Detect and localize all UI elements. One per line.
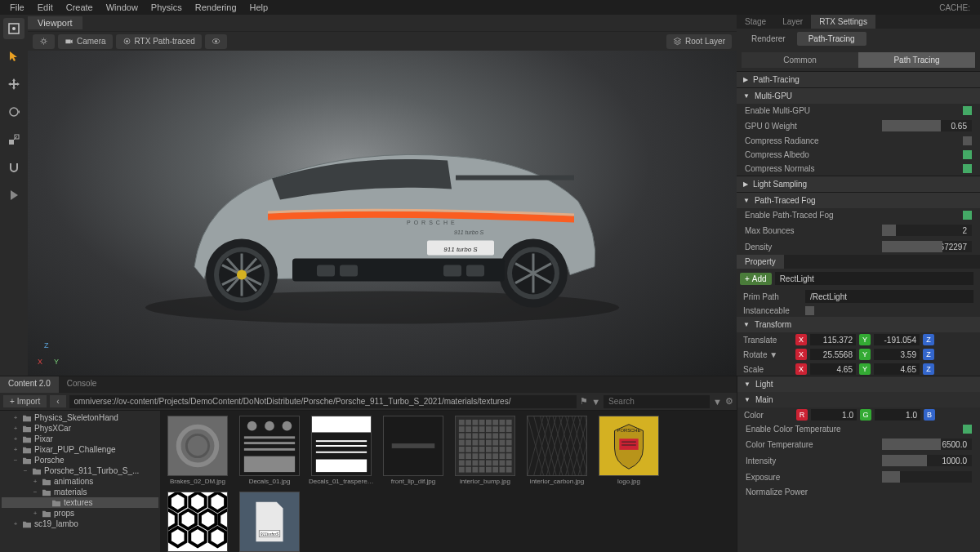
slider-exposure[interactable] xyxy=(882,471,972,483)
section-path-tracing[interactable]: ▶Path-Tracing xyxy=(737,72,980,87)
translate-y[interactable]: -191.054 xyxy=(874,334,920,345)
options-icon[interactable]: ▼ xyxy=(713,397,722,407)
section-light[interactable]: ▼Light xyxy=(737,376,980,392)
tree-item[interactable]: +PhysXCar xyxy=(2,423,158,434)
slider-colortemp[interactable]: 6500.0 xyxy=(882,438,972,450)
translate-x[interactable]: 115.372 xyxy=(810,334,856,345)
tab-console[interactable]: Console xyxy=(59,376,105,393)
tree-item[interactable]: +sc19_lambo xyxy=(2,519,158,529)
menu-physics[interactable]: Physics xyxy=(145,1,189,14)
menu-file[interactable]: File xyxy=(3,1,31,14)
subtab-path-tracing[interactable]: Path-Tracing xyxy=(797,32,866,46)
scale-tool[interactable] xyxy=(3,129,24,150)
thumbnail-item[interactable]: interior_carbon.jpg xyxy=(524,416,590,485)
tab-property[interactable]: Property xyxy=(737,255,784,269)
root-layer-btn[interactable]: Root Layer xyxy=(666,34,732,49)
section-light-sampling[interactable]: ▶Light Sampling xyxy=(737,176,980,192)
select-tool[interactable] xyxy=(3,18,24,39)
section-path-traced-fog[interactable]: ▼Path-Traced Fog xyxy=(737,193,980,208)
tree-item[interactable]: +Pixar_PUP_Challenge xyxy=(2,444,158,455)
prim-name-input[interactable] xyxy=(775,272,973,285)
color-g[interactable]: 1.0 xyxy=(875,409,920,421)
rotate-tool[interactable] xyxy=(3,101,24,122)
snap-tool[interactable] xyxy=(3,157,24,178)
thumbnail-item[interactable]: Decals_01.jpg xyxy=(237,416,302,485)
move-tool[interactable] xyxy=(3,73,24,95)
section-multi-gpu[interactable]: ▼Multi-GPU xyxy=(737,88,980,104)
thumbnail-item[interactable]: interior_bump.jpg xyxy=(452,416,518,485)
tree-item[interactable]: −Porsche xyxy=(2,455,158,465)
nav-back-button[interactable]: ‹ xyxy=(50,395,65,407)
thumbnail-item[interactable]: Brakes_02_DM.jpg xyxy=(165,416,230,485)
svg-rect-79 xyxy=(492,433,498,438)
thumbnail-item[interactable]: mesh_alpha.png xyxy=(165,492,230,552)
menu-create[interactable]: Create xyxy=(60,1,100,14)
svg-rect-64 xyxy=(500,420,506,425)
tab-rtx-settings[interactable]: RTX Settings xyxy=(811,15,875,29)
thumbnail-item[interactable]: front_lip_dif.jpg xyxy=(381,416,446,485)
pill-path-tracing[interactable]: Path Tracing xyxy=(858,52,975,68)
menu-rendering[interactable]: Rendering xyxy=(189,1,243,14)
color-r[interactable]: 1.0 xyxy=(811,409,857,421)
check-enable-multigpu[interactable] xyxy=(963,106,972,115)
import-button[interactable]: +Import xyxy=(3,395,47,407)
tree-item[interactable]: +Pixar xyxy=(2,434,158,444)
bookmark-icon[interactable]: ⚑ xyxy=(580,396,588,407)
tree-item[interactable]: +animations xyxy=(2,476,158,487)
svg-rect-80 xyxy=(500,433,506,438)
prim-path-input[interactable] xyxy=(805,290,973,303)
check-compress-normals[interactable] xyxy=(963,164,972,173)
svg-text:PORSCHE: PORSCHE xyxy=(617,428,641,433)
label-max-bounces: Max Bounces xyxy=(745,226,877,235)
viewport-canvas[interactable]: 911 turbo S 911 turbo S PORSCHE ZXY xyxy=(28,51,737,376)
section-main[interactable]: ▼Main xyxy=(737,392,980,407)
menubar: File Edit Create Window Physics Renderin… xyxy=(0,0,980,15)
check-enable-colortemp[interactable] xyxy=(963,425,972,434)
svg-point-6 xyxy=(42,39,45,42)
thumbnail-item[interactable]: PORSCHElogo.jpg xyxy=(596,416,662,485)
search-input[interactable] xyxy=(604,395,710,408)
rotate-x[interactable]: 25.5568 xyxy=(810,349,856,360)
thumbnail-item[interactable]: 911turboS xyxy=(237,492,302,552)
tree-item[interactable]: +Physics_SkeletonHand xyxy=(2,412,158,423)
menu-help[interactable]: Help xyxy=(243,1,275,14)
svg-rect-48 xyxy=(244,456,295,472)
viewport-settings-btn[interactable] xyxy=(33,34,55,49)
play-tool[interactable] xyxy=(3,185,24,206)
check-compress-radiance[interactable] xyxy=(963,136,972,145)
thumbnail-item[interactable]: Decals_01_trasperency.jpg xyxy=(309,416,374,485)
check-enable-fog[interactable] xyxy=(963,211,972,220)
scale-x[interactable]: 4.65 xyxy=(810,363,856,375)
tab-stage[interactable]: Stage xyxy=(737,15,774,29)
menu-window[interactable]: Window xyxy=(100,1,145,14)
filter-icon[interactable]: ▼ xyxy=(591,397,600,407)
slider-max-bounces[interactable]: 2 xyxy=(882,225,972,236)
tree-item[interactable]: +props xyxy=(2,508,158,519)
gear-icon[interactable]: ⚙ xyxy=(725,396,733,407)
tree-item[interactable]: −materials xyxy=(2,487,158,497)
render-mode-dropdown[interactable]: RTX Path-traced xyxy=(116,34,202,49)
slider-intensity[interactable]: 1000.0 xyxy=(882,455,972,466)
path-input[interactable] xyxy=(69,395,577,408)
menu-edit[interactable]: Edit xyxy=(31,1,60,14)
svg-text:PORSCHE: PORSCHE xyxy=(407,220,458,225)
tree-item[interactable]: textures xyxy=(2,497,158,508)
viewport-tab[interactable]: Viewport xyxy=(28,16,82,29)
tab-layer[interactable]: Layer xyxy=(774,15,811,29)
slider-gpu0-weight[interactable]: 0.65 xyxy=(882,120,972,131)
pill-common[interactable]: Common xyxy=(742,52,858,68)
tree-item[interactable]: −Porsche_911_Turbo_S_... xyxy=(2,465,158,476)
subtab-renderer[interactable]: Renderer xyxy=(740,32,797,46)
check-instanceable[interactable] xyxy=(805,306,814,315)
arrow-tool[interactable] xyxy=(3,46,24,67)
viewport-area: Viewport Camera RTX Path-traced Root Lay… xyxy=(28,15,737,376)
visibility-btn[interactable] xyxy=(205,34,227,49)
scale-y[interactable]: 4.65 xyxy=(874,363,920,375)
camera-dropdown[interactable]: Camera xyxy=(58,34,113,49)
rotate-y[interactable]: 3.59 xyxy=(874,349,920,360)
tab-content[interactable]: Content 2.0 xyxy=(0,376,59,393)
section-transform[interactable]: ▼Transform xyxy=(737,317,980,332)
check-compress-albedo[interactable] xyxy=(963,150,972,159)
add-button[interactable]: +Add xyxy=(740,273,772,285)
slider-density[interactable]: 0.672297 xyxy=(882,241,972,252)
